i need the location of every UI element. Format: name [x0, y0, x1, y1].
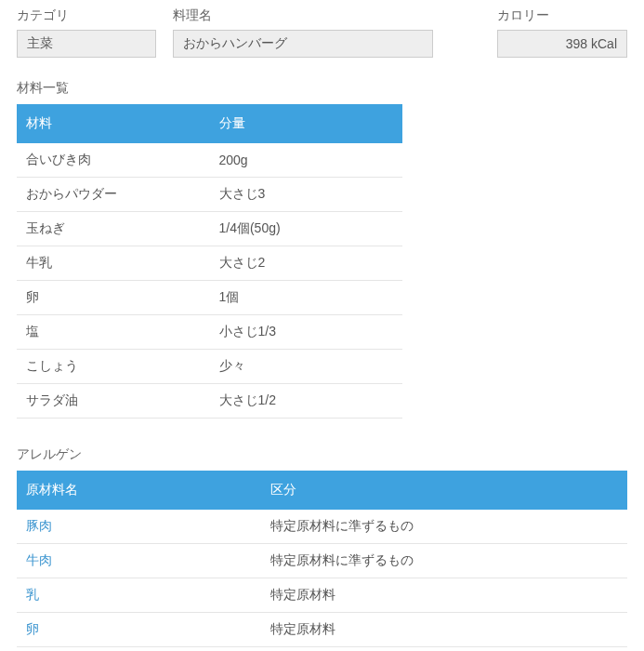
ingredient-amount-cell: 1個 [210, 281, 403, 315]
allergen-type-cell: 特定原材料 [261, 578, 627, 613]
table-row: こしょう少々 [17, 350, 402, 384]
category-field-group: カテゴリ [17, 7, 156, 58]
table-row: おからパウダー大さじ3 [17, 178, 402, 212]
ingredient-name-cell: サラダ油 [17, 384, 210, 418]
ingredient-amount-cell: 200g [210, 143, 403, 178]
ingredient-amount-cell: 少々 [210, 350, 403, 384]
ingredients-section: 材料一覧 材料 分量 合いびき肉200gおからパウダー大さじ3玉ねぎ1/4個(5… [17, 80, 627, 418]
calorie-label: カロリー [497, 7, 627, 24]
calorie-input[interactable] [497, 30, 627, 58]
top-fields-row: カテゴリ 料理名 カロリー [17, 7, 627, 58]
allergen-name-link[interactable]: 牛肉 [17, 544, 261, 578]
allergen-type-cell: 特定原材料に準ずるもの [261, 647, 627, 652]
allergen-name-link[interactable]: 卵 [17, 613, 261, 647]
category-label: カテゴリ [17, 7, 156, 24]
allergen-type-cell: 特定原材料 [261, 613, 627, 647]
table-row: 牛乳大さじ2 [17, 246, 402, 281]
recipe-label: 料理名 [173, 7, 433, 24]
category-input[interactable] [17, 30, 156, 58]
ingredient-name-cell: 玉ねぎ [17, 212, 210, 246]
table-row: 卵特定原材料 [17, 613, 627, 647]
allergen-name-link[interactable]: 乳 [17, 578, 261, 613]
table-row: 乳特定原材料 [17, 578, 627, 613]
ingredient-name-cell: 卵 [17, 281, 210, 315]
ingredient-amount-cell: 大さじ1/2 [210, 384, 403, 418]
col-amount-header: 分量 [210, 104, 403, 143]
table-row: 玉ねぎ1/4個(50g) [17, 212, 402, 246]
allergen-type-cell: 特定原材料に準ずるもの [261, 510, 627, 544]
recipe-field-group: 料理名 [173, 7, 433, 58]
recipe-input[interactable] [173, 30, 433, 58]
col-allergen-type-header: 区分 [261, 471, 627, 510]
ingredient-name-cell: 合いびき肉 [17, 143, 210, 178]
table-row: 卵1個 [17, 281, 402, 315]
ingredients-title: 材料一覧 [17, 80, 627, 97]
col-allergen-name-header: 原材料名 [17, 471, 261, 510]
table-row: 牛肉特定原材料に準ずるもの [17, 544, 627, 578]
allergen-title: アレルゲン [17, 446, 627, 463]
allergen-type-cell: 特定原材料に準ずるもの [261, 544, 627, 578]
ingredient-name-cell: こしょう [17, 350, 210, 384]
table-row: 塩小さじ1/3 [17, 315, 402, 350]
ingredient-amount-cell: 大さじ2 [210, 246, 403, 281]
allergen-table: 原材料名 区分 豚肉特定原材料に準ずるもの牛肉特定原材料に準ずるもの乳特定原材料… [17, 471, 627, 651]
table-row: 合いびき肉200g [17, 143, 402, 178]
ingredients-table: 材料 分量 合いびき肉200gおからパウダー大さじ3玉ねぎ1/4個(50g)牛乳… [17, 104, 402, 418]
ingredient-amount-cell: 大さじ3 [210, 178, 403, 212]
ingredient-name-cell: おからパウダー [17, 178, 210, 212]
ingredient-amount-cell: 1/4個(50g) [210, 212, 403, 246]
spacer [450, 7, 480, 58]
ingredient-amount-cell: 小さじ1/3 [210, 315, 403, 350]
table-row: 大豆特定原材料に準ずるもの [17, 647, 627, 652]
ingredient-name-cell: 牛乳 [17, 246, 210, 281]
allergen-section: アレルゲン 原材料名 区分 豚肉特定原材料に準ずるもの牛肉特定原材料に準ずるもの… [17, 446, 627, 651]
calorie-field-group: カロリー [497, 7, 627, 58]
col-ingredient-header: 材料 [17, 104, 210, 143]
table-row: サラダ油大さじ1/2 [17, 384, 402, 418]
ingredient-name-cell: 塩 [17, 315, 210, 350]
table-row: 豚肉特定原材料に準ずるもの [17, 510, 627, 544]
allergen-name-link[interactable]: 大豆 [17, 647, 261, 652]
allergen-name-link[interactable]: 豚肉 [17, 510, 261, 544]
